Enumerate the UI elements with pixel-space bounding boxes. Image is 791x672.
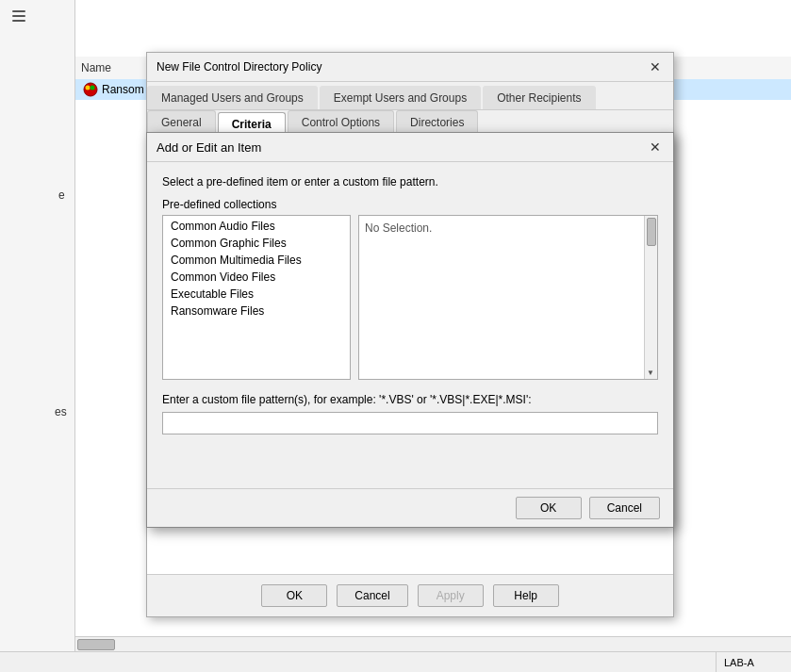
outer-help-button[interactable]: Help xyxy=(493,584,559,607)
inner-dialog-title: Add or Edit an Item xyxy=(157,140,261,155)
list-item-audio[interactable]: Common Audio Files xyxy=(163,218,350,235)
scrollbar-thumb[interactable] xyxy=(647,218,656,246)
outer-ok-button[interactable]: OK xyxy=(261,584,327,607)
inner-dialog-body: Select a pre-defined item or enter a cus… xyxy=(147,162,673,488)
right-panel-scrollbar[interactable]: ▲ ▼ xyxy=(644,216,657,379)
edge-label-e: e xyxy=(58,188,65,202)
predefined-list[interactable]: Common Audio Files Common Graphic Files … xyxy=(162,215,351,380)
inner-dialog-footer: OK Cancel xyxy=(147,488,673,527)
outer-cancel-button[interactable]: Cancel xyxy=(337,584,407,607)
svg-point-0 xyxy=(84,83,97,96)
horizontal-scrollbar[interactable] xyxy=(75,636,791,651)
outer-dialog-tabs-row1: Managed Users and Groups Exempt Users an… xyxy=(147,82,673,110)
inner-dialog-titlebar: Add or Edit an Item ✕ xyxy=(147,133,673,162)
custom-pattern-input[interactable] xyxy=(162,412,658,434)
edge-label-es: es xyxy=(55,405,67,418)
tab-managed-users[interactable]: Managed Users and Groups xyxy=(147,86,318,109)
outer-dialog-footer: OK Cancel Apply Help xyxy=(147,574,673,616)
inner-dialog-close-button[interactable]: ✕ xyxy=(647,139,664,156)
statusbar: LAB-A xyxy=(0,651,791,672)
inner-dialog: Add or Edit an Item ✕ Select a pre-defin… xyxy=(146,132,674,528)
tab-other-recipients[interactable]: Other Recipients xyxy=(483,86,595,109)
outer-dialog-title: New File Control Directory Policy xyxy=(157,60,321,74)
predefined-collections-label: Pre-defined collections xyxy=(162,198,658,211)
list-item-video[interactable]: Common Video Files xyxy=(163,269,350,286)
outer-dialog-titlebar: New File Control Directory Policy ✕ xyxy=(147,53,673,82)
list-item-executable[interactable]: Executable Files xyxy=(163,286,350,303)
tab-exempt-users[interactable]: Exempt Users and Groups xyxy=(320,86,481,109)
list-item-graphic[interactable]: Common Graphic Files xyxy=(163,235,350,252)
inner-dialog-description: Select a pre-defined item or enter a cus… xyxy=(162,175,658,188)
menu-icon xyxy=(9,8,28,26)
scrollbar-down-arrow[interactable]: ▼ xyxy=(644,366,657,379)
list-item-ransomware[interactable]: Ransomware Files xyxy=(163,303,350,320)
statusbar-corner: LAB-A xyxy=(716,651,791,672)
svg-point-2 xyxy=(91,86,95,90)
collections-area: Common Audio Files Common Graphic Files … xyxy=(162,215,658,380)
toolbar xyxy=(0,0,75,672)
outer-apply-button[interactable]: Apply xyxy=(418,584,484,607)
inner-ok-button[interactable]: OK xyxy=(516,497,582,519)
no-selection-text: No Selection. xyxy=(365,221,432,235)
selection-details-panel: No Selection. ▲ ▼ xyxy=(358,215,658,380)
status-icon xyxy=(83,82,98,97)
inner-cancel-button[interactable]: Cancel xyxy=(589,497,660,519)
list-item-multimedia[interactable]: Common Multimedia Files xyxy=(163,252,350,269)
outer-dialog-close-button[interactable]: ✕ xyxy=(647,58,664,75)
custom-pattern-label: Enter a custom file pattern(s), for exam… xyxy=(162,393,658,406)
svg-point-1 xyxy=(86,86,91,90)
